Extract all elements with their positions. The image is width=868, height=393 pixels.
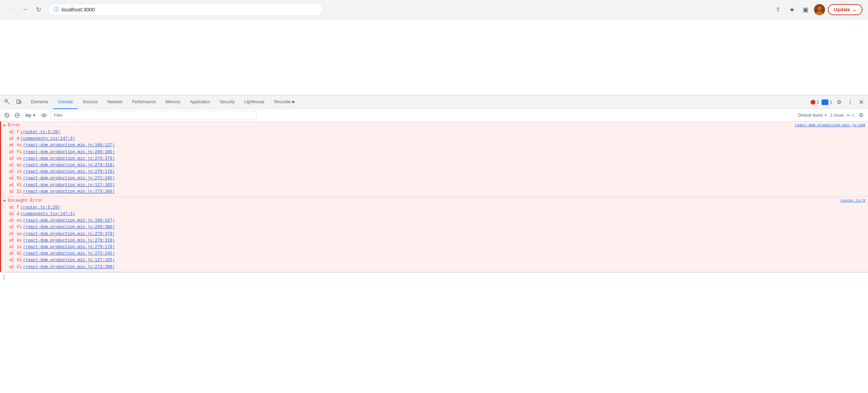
context-selector[interactable]: top ▼ xyxy=(23,112,38,118)
stack-line: at os (react-dom.production.min.js:279:3… xyxy=(9,231,865,237)
error-block-0: ▶ Error react-dom.production.min.js:186 … xyxy=(0,121,868,197)
bookmark-button[interactable]: ★ xyxy=(786,4,798,15)
svg-point-1 xyxy=(817,6,822,10)
stack-line: at vu (react-dom.production.min.js:166:1… xyxy=(9,217,865,224)
tab-memory[interactable]: Memory xyxy=(161,95,185,109)
stack-line: at Zi (react-dom.production.min.js:273:2… xyxy=(9,264,865,270)
stack-line: at vu (react-dom.production.min.js:166:1… xyxy=(9,142,865,149)
clear-console-button[interactable] xyxy=(3,111,11,119)
expand-icon-0[interactable]: ▶ xyxy=(4,123,6,127)
stack-line: at f (router.ts:5:20) xyxy=(9,204,865,211)
tab-recorder[interactable]: Recorder ▶ xyxy=(269,95,300,109)
error-source-1[interactable]: router.ts:5 xyxy=(840,199,865,203)
stack-loc[interactable]: (components.tsx:147:3) xyxy=(21,136,75,142)
share-button[interactable]: ⇧ xyxy=(773,4,784,15)
reload-button[interactable]: ↻ xyxy=(33,4,44,15)
error-dot xyxy=(811,100,815,105)
tab-security[interactable]: Security xyxy=(215,95,239,109)
stack-loc[interactable]: (react-dom.production.min.js:273:266) xyxy=(23,264,115,270)
svg-rect-5 xyxy=(20,101,21,103)
svg-rect-4 xyxy=(17,100,19,104)
stack-loc[interactable]: (react-dom.production.min.js:289:386) xyxy=(23,149,115,156)
tab-elements[interactable]: Elements xyxy=(26,95,53,109)
stack-line: at Vl (react-dom.production.min.js:127:1… xyxy=(9,182,865,189)
svg-line-7 xyxy=(6,114,8,117)
stack-line: at fi (react-dom.production.min.js:289:3… xyxy=(9,224,865,231)
filter-input[interactable] xyxy=(50,111,257,120)
stack-loc[interactable]: (react-dom.production.min.js:279:310) xyxy=(23,162,115,169)
stack-loc[interactable]: (components.tsx:147:3) xyxy=(21,211,75,217)
devtools-tab-icons xyxy=(3,97,23,107)
error-header-0: ▶ Error react-dom.production.min.js:186 xyxy=(1,121,868,129)
svg-point-11 xyxy=(43,115,45,116)
console-input-field[interactable] xyxy=(9,275,865,280)
stack-loc[interactable]: (react-dom.production.min.js:127:105) xyxy=(23,182,115,189)
stack-line: at fi (react-dom.production.min.js:289:3… xyxy=(9,149,865,156)
stack-loc[interactable]: (react-dom.production.min.js:289:386) xyxy=(23,224,115,231)
console-toolbar: top ▼ Default levels ▼ 1 Issue: 1 ⚙ xyxy=(0,109,868,121)
stack-line: at as (react-dom.production.min.js:279:3… xyxy=(9,237,865,244)
device-toggle-button[interactable] xyxy=(14,97,23,107)
address-text: localhost:3000 xyxy=(62,7,317,12)
stack-loc[interactable]: (react-dom.production.min.js:166:137) xyxy=(23,142,115,149)
tab-application[interactable]: Application xyxy=(185,95,215,109)
stack-loc[interactable]: (react-dom.production.min.js:127:105) xyxy=(23,257,115,264)
stack-trace-1: at f (router.ts:5:20) at d (components.t… xyxy=(1,204,868,272)
error-badge[interactable]: 2 xyxy=(811,100,819,105)
stack-loc[interactable]: (react-dom.production.min.js:272:245) xyxy=(23,251,115,257)
devtools-panel: Elements Console Sources Network Perform… xyxy=(0,95,868,283)
forward-button[interactable]: → xyxy=(19,4,30,15)
console-prompt: │ xyxy=(3,275,6,280)
issues-badge[interactable]: 1 Issue: 1 xyxy=(830,113,854,118)
stack-line: at f (router.ts:5:20) xyxy=(9,129,865,136)
issue-count xyxy=(847,115,850,116)
chevron-down-icon-levels: ▼ xyxy=(824,114,827,117)
svg-rect-3 xyxy=(5,100,7,102)
back-button[interactable]: ← xyxy=(6,4,17,15)
warning-num xyxy=(822,99,828,105)
inspect-element-button[interactable] xyxy=(3,97,12,107)
avatar[interactable] xyxy=(814,4,825,15)
stack-loc[interactable]: (react-dom.production.min.js:272:245) xyxy=(23,175,115,182)
console-settings-button[interactable]: ⚙ xyxy=(857,111,865,119)
stack-loc[interactable]: (react-dom.production.min.js:279:170) xyxy=(23,169,115,175)
error-header-1: ▶ Uncaught Error router.ts:5 xyxy=(1,197,868,204)
devtools-more-button[interactable]: ⋮ xyxy=(846,98,854,106)
devtools-settings-button[interactable]: ⚙ xyxy=(835,98,843,106)
stack-loc[interactable]: (react-dom.production.min.js:166:137) xyxy=(23,217,115,224)
error-type-1: Uncaught Error xyxy=(8,198,43,203)
address-bar[interactable]: ⓘ localhost:3000 xyxy=(48,3,323,16)
tab-lighthouse[interactable]: Lighthouse xyxy=(239,95,269,109)
stack-line: at d (components.tsx:147:3) xyxy=(9,136,865,142)
stack-loc[interactable]: (react-dom.production.min.js:279:379) xyxy=(23,156,115,162)
chevron-down-icon: ▼ xyxy=(33,114,36,117)
update-button[interactable]: Update ⌄ xyxy=(828,4,862,15)
stack-loc[interactable]: (react-dom.production.min.js:273:266) xyxy=(23,189,115,195)
block-console-button[interactable] xyxy=(13,111,21,119)
stack-loc[interactable]: (router.ts:5:20) xyxy=(21,204,60,211)
tabs-right: 2 1 ⚙ ⋮ ✕ xyxy=(811,98,865,106)
extensions-button[interactable]: ▣ xyxy=(800,4,811,15)
stack-trace-0: at f (router.ts:5:20) at d (components.t… xyxy=(1,129,868,196)
stack-loc[interactable]: (react-dom.production.min.js:279:310) xyxy=(23,237,115,244)
devtools-close-button[interactable]: ✕ xyxy=(857,98,865,106)
stack-loc[interactable]: (router.ts:5:20) xyxy=(21,129,60,136)
stack-line: at os (react-dom.production.min.js:279:3… xyxy=(9,156,865,162)
eye-button[interactable] xyxy=(40,111,48,119)
console-output: ▶ Error react-dom.production.min.js:186 … xyxy=(0,121,868,272)
stack-line: at d (components.tsx:147:3) xyxy=(9,211,865,217)
stack-loc[interactable]: (react-dom.production.min.js:279:379) xyxy=(23,231,115,237)
stack-line: at ls (react-dom.production.min.js:279:1… xyxy=(9,169,865,175)
warning-badge[interactable]: 1 xyxy=(822,99,832,105)
expand-icon-1[interactable]: ▶ xyxy=(4,199,6,203)
error-source-0[interactable]: react-dom.production.min.js:186 xyxy=(795,123,865,127)
error-block-1: ▶ Uncaught Error router.ts:5 at f (route… xyxy=(0,197,868,272)
tab-network[interactable]: Network xyxy=(102,95,127,109)
tab-performance[interactable]: Performance xyxy=(127,95,161,109)
page-content xyxy=(0,19,868,95)
default-levels-selector[interactable]: Default levels ▼ xyxy=(798,113,827,118)
tab-console[interactable]: Console xyxy=(53,95,78,109)
tab-sources[interactable]: Sources xyxy=(78,95,102,109)
browser-chrome: ← → ↻ ⓘ localhost:3000 ⇧ ★ ▣ Update ⌄ xyxy=(0,0,868,19)
stack-loc[interactable]: (react-dom.production.min.js:279:170) xyxy=(23,244,115,251)
